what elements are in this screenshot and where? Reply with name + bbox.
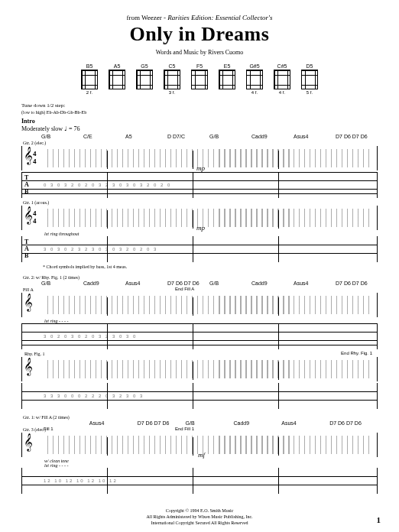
intro-label: Intro — [21, 118, 378, 125]
system-3: Gtr. 1: w/ Fill A (2 times) Asus4D7 D6 D… — [21, 415, 378, 494]
notation-staff: 𝄞 44 mp — [21, 146, 378, 170]
chord-diagram: B52 f. — [81, 63, 98, 95]
tab-staff: TAB 0 3 0 3 2 0 2 0 3 2 3 0 3 0 3 2 0 2 … — [21, 172, 378, 198]
end-fill-label: End Fill 1 — [175, 427, 194, 431]
chord-diagram: D55 f. — [301, 63, 318, 95]
footnote: * Chord symbols implied by bass, 1st 4 m… — [21, 264, 378, 269]
tab-label: TAB — [24, 174, 29, 195]
notation-staff: 𝄞 44 mp — [21, 206, 378, 230]
tab-staff: 3 0 2 0 3 0 2 0 3 2 3 0 3 0 — [21, 323, 378, 349]
treble-clef-icon: 𝄞 — [24, 294, 33, 310]
notation-staff: 𝄞 Fill 1 End Fill 1 mf — [21, 433, 378, 457]
fill-label: Fill A — [21, 287, 378, 292]
time-signature: 44 — [33, 150, 37, 165]
notation-staff: 𝄞 End Fill A — [21, 293, 378, 317]
treble-clef-icon: 𝄞 — [24, 148, 33, 163]
chord-diagram: E5 — [219, 63, 235, 95]
treble-clef-icon: 𝄞 — [24, 434, 33, 449]
chord-diagram-row: B52 f. A5 G5 C53 f. F5 E5 G#54 f. C#54 f… — [21, 63, 378, 95]
treble-clef-icon: 𝄞 — [24, 358, 33, 374]
system-2: Gtr. 2: w/ Rhy. Fig. 1 (2 times) G/BCadd… — [21, 275, 378, 409]
dynamic-marking: mf — [198, 451, 205, 459]
tab-staff: 12 10 12 10 12 10 12 — [21, 468, 378, 494]
chord-row: G/BC/E A5D D7/C G/BCadd9 Asus4D7 D6 D7 D… — [21, 134, 378, 139]
song-title: Only in Dreams — [21, 23, 378, 46]
treble-clef-icon: 𝄞 — [24, 207, 33, 222]
dynamic-marking: mp — [196, 224, 205, 232]
header-from: from Weezer - Rarities Edition: Essentia… — [21, 14, 378, 21]
chord-diagram: C#54 f. — [274, 63, 290, 95]
tuning-line1: Tune down 1/2 step: — [21, 102, 378, 109]
end-rhy-label: End Rhy. Fig. 1 — [341, 351, 372, 355]
chord-row: Asus4D7 D6 D7 D6 G/BCadd9 Asus4D7 D6 D7 … — [21, 420, 378, 426]
copyright-block: Copyright © 1994 E.O. Smith Music All Ri… — [0, 508, 399, 526]
tuning-line2: (low to high) Eb-Ab-Db-Gb-Bb-Eb — [21, 110, 378, 115]
guitar-label: Gtr. 1 (acous.) — [21, 200, 378, 205]
guitar-note: Gtr. 1: w/ Fill A (2 times) — [21, 415, 378, 420]
notation-staff: 𝄞 End Rhy. Fig. 1 — [21, 357, 378, 381]
end-fill-label: End Fill A — [175, 287, 194, 291]
guitar-label: Gtr. 2 (elec.) — [21, 141, 378, 145]
page-number: 1 — [377, 515, 381, 524]
guitar-label: Gtr. 3 (elec.) — [21, 427, 378, 432]
tempo-marking: Moderately slow ♩ = 76 — [21, 125, 378, 132]
rhythm-figure-label: Rhy. Fig. 1 — [21, 352, 378, 356]
chord-diagram: A5 — [109, 63, 125, 95]
time-signature: 44 — [33, 209, 37, 225]
system-1: G/BC/E A5D D7/C G/BCadd9 Asus4D7 D6 D7 D… — [21, 134, 378, 269]
tab-staff: 3 3 3 0 0 0 2 2 2 0 3 2 3 0 3 — [21, 383, 378, 409]
tab-label: TAB — [24, 238, 29, 259]
tab-staff: TAB 3 0 3 0 2 3 2 3 0 3 0 3 2 0 2 0 3 — [21, 236, 378, 262]
chord-diagram: F5 — [191, 63, 208, 95]
chord-row: G/BCadd9 Asus4D7 D6 D7 D6 G/BCadd9 Asus4… — [21, 281, 378, 286]
song-credit: Words and Music by Rivers Cuomo — [21, 49, 378, 56]
chord-diagram: G#54 f. — [246, 63, 263, 95]
fill-label: Fill 1 — [44, 427, 54, 431]
chord-diagram: C53 f. — [164, 63, 180, 95]
dynamic-marking: mp — [196, 164, 205, 172]
chord-diagram: G5 — [136, 63, 153, 95]
guitar-note: Gtr. 2: w/ Rhy. Fig. 1 (2 times) — [21, 275, 378, 280]
